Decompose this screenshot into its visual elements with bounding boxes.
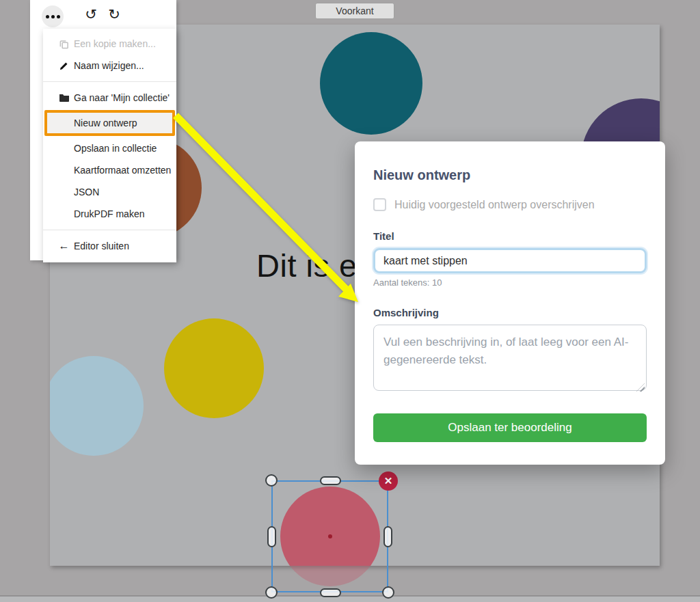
selection-handle-left[interactable]	[267, 526, 276, 547]
tab-voorkant[interactable]: Voorkant	[315, 3, 394, 19]
more-options-icon	[46, 15, 60, 18]
editor-screen: { "toolbar": { "more_icon": "more-option…	[0, 0, 700, 602]
arrow-left-icon: ←	[58, 240, 70, 252]
redo-button[interactable]: ↻	[104, 4, 124, 25]
menu-item-label: Editor sluiten	[74, 241, 129, 251]
description-textarea[interactable]	[373, 325, 647, 391]
pencil-icon	[58, 61, 70, 71]
menu-item-go-to-collection[interactable]: Ga naar 'Mijn collectie'	[43, 87, 176, 109]
menu-item-json[interactable]: JSON	[43, 181, 176, 203]
save-for-review-button[interactable]: Opslaan ter beoordeling	[373, 413, 647, 442]
description-field-label: Omschrijving	[373, 307, 647, 318]
menu-item-rename[interactable]: Naam wijzigen...	[43, 55, 176, 77]
selection-handle-right[interactable]	[383, 526, 392, 547]
title-field-label: Titel	[373, 230, 647, 242]
menu-item-label: Opslaan in collectie	[74, 143, 157, 154]
selection-handle-bottom[interactable]	[320, 588, 341, 597]
shape-center-dot	[328, 534, 332, 538]
undo-icon: ↺	[85, 6, 97, 22]
close-icon: ✕	[384, 475, 393, 487]
menu-item-save-in-collection[interactable]: Opslaan in collectie	[43, 137, 176, 159]
menu-item-label: Ga naar 'Mijn collectie'	[74, 92, 170, 103]
menu-item-make-print-pdf[interactable]: DrukPDF maken	[43, 203, 176, 225]
title-input[interactable]	[373, 248, 647, 273]
menu-item-label: DrukPDF maken	[74, 208, 144, 219]
shape-circle-lightblue[interactable]	[50, 356, 144, 456]
overwrite-checkbox[interactable]	[373, 198, 386, 211]
undo-button[interactable]: ↺	[81, 4, 101, 25]
selection-handle-top[interactable]	[320, 476, 341, 485]
menu-item-convert-card-format[interactable]: Kaartformaat omzetten	[43, 159, 176, 181]
more-options-button[interactable]	[42, 5, 64, 27]
shape-circle-yellow[interactable]	[164, 318, 264, 418]
menu-item-label: Een kopie maken...	[74, 38, 156, 49]
folder-icon	[58, 93, 70, 102]
menu-item-new-design[interactable]: Nieuw ontwerp	[44, 110, 175, 136]
menu-item-label: JSON	[74, 187, 99, 197]
menu-item-label: Kaartformaat omzetten	[74, 165, 171, 176]
new-design-dialog: Nieuw ontwerp Huidig voorgesteld ontwerp…	[355, 141, 665, 465]
menu-divider	[43, 230, 176, 230]
shape-circle-teal[interactable]	[320, 32, 422, 135]
menu-item-label: Naam wijzigen...	[74, 60, 144, 71]
menu-item-close-editor[interactable]: ← Editor sluiten	[43, 235, 176, 257]
editor-dropdown-menu: Een kopie maken... Naam wijzigen... Ga n…	[43, 29, 176, 262]
menu-divider	[43, 81, 176, 82]
char-count-label: Aantal tekens: 10	[373, 277, 647, 288]
overwrite-checkbox-row: Huidig voorgesteld ontwerp overschrijven	[373, 198, 647, 211]
dialog-title: Nieuw ontwerp	[373, 167, 647, 183]
delete-shape-button[interactable]: ✕	[379, 471, 398, 491]
selection-handle-bottom-right[interactable]	[382, 586, 394, 599]
copy-icon	[58, 39, 70, 49]
selection-handle-bottom-left[interactable]	[265, 586, 278, 599]
canvas-heading-text[interactable]: Dit is e	[256, 247, 358, 284]
overwrite-checkbox-label: Huidig voorgesteld ontwerp overschrijven	[394, 199, 595, 211]
selection-handle-top-left[interactable]	[265, 474, 278, 487]
redo-icon: ↻	[108, 6, 120, 22]
menu-item-copy: Een kopie maken...	[43, 33, 176, 55]
bottom-bar	[0, 595, 700, 602]
menu-item-label: Nieuw ontwerp	[74, 118, 137, 128]
